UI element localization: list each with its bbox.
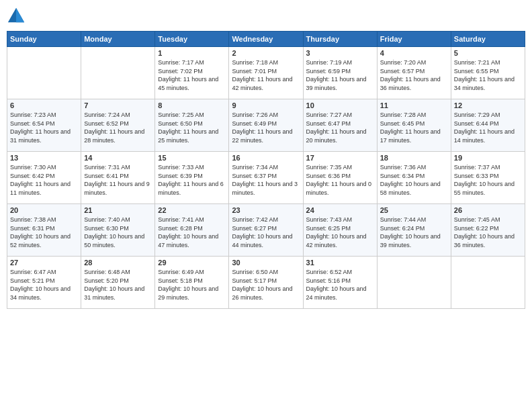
calendar-cell: 5Sunrise: 7:21 AMSunset: 6:55 PMDaylight… [451,47,525,99]
day-number: 19 [454,154,522,162]
calendar-week-3: 13Sunrise: 7:30 AMSunset: 6:42 PMDayligh… [7,152,525,204]
calendar-cell: 1Sunrise: 7:17 AMSunset: 7:02 PMDaylight… [155,47,229,99]
day-info: Sunrise: 7:41 AMSunset: 6:28 PMDaylight:… [158,216,226,249]
page: SundayMondayTuesdayWednesdayThursdayFrid… [0,0,532,411]
calendar-cell: 10Sunrise: 7:27 AMSunset: 6:47 PMDayligh… [303,99,377,152]
day-info: Sunrise: 7:38 AMSunset: 6:31 PMDaylight:… [10,216,78,249]
day-info: Sunrise: 7:43 AMSunset: 6:25 PMDaylight:… [306,216,374,249]
day-info: Sunrise: 7:28 AMSunset: 6:45 PMDaylight:… [380,111,448,144]
calendar-cell: 21Sunrise: 7:40 AMSunset: 6:30 PMDayligh… [81,204,155,257]
calendar-header-row: SundayMondayTuesdayWednesdayThursdayFrid… [7,32,525,47]
calendar-header-thursday: Thursday [303,32,377,47]
calendar-cell: 30Sunrise: 6:50 AMSunset: 5:17 PMDayligh… [229,257,303,309]
logo [7,7,28,26]
day-number: 1 [158,49,226,57]
header [7,7,525,26]
calendar-header-tuesday: Tuesday [155,32,229,47]
logo-icon [7,7,26,26]
day-info: Sunrise: 6:47 AMSunset: 5:21 PMDaylight:… [10,268,78,302]
day-number: 6 [10,101,78,109]
day-info: Sunrise: 7:26 AMSunset: 6:49 PMDaylight:… [232,111,300,144]
day-number: 29 [158,259,226,267]
day-number: 11 [380,101,448,109]
day-number: 8 [158,101,226,109]
day-number: 31 [306,259,374,267]
calendar-cell: 12Sunrise: 7:29 AMSunset: 6:44 PMDayligh… [451,99,525,152]
calendar-cell: 20Sunrise: 7:38 AMSunset: 6:31 PMDayligh… [7,204,81,257]
calendar-cell: 7Sunrise: 7:24 AMSunset: 6:52 PMDaylight… [81,99,155,152]
day-info: Sunrise: 6:52 AMSunset: 5:16 PMDaylight:… [306,268,374,302]
calendar-cell: 3Sunrise: 7:19 AMSunset: 6:59 PMDaylight… [303,47,377,99]
day-number: 22 [158,206,226,214]
day-info: Sunrise: 7:21 AMSunset: 6:55 PMDaylight:… [454,58,522,92]
day-number: 9 [232,101,300,109]
calendar-week-2: 6Sunrise: 7:23 AMSunset: 6:54 PMDaylight… [7,99,525,152]
calendar-header-wednesday: Wednesday [229,32,303,47]
day-number: 3 [306,49,374,57]
day-number: 21 [84,206,152,214]
day-number: 23 [232,206,300,214]
day-info: Sunrise: 7:23 AMSunset: 6:54 PMDaylight:… [10,111,78,144]
day-number: 14 [84,154,152,162]
calendar-week-5: 27Sunrise: 6:47 AMSunset: 5:21 PMDayligh… [7,257,525,309]
calendar-cell: 28Sunrise: 6:48 AMSunset: 5:20 PMDayligh… [81,257,155,309]
day-info: Sunrise: 7:25 AMSunset: 6:50 PMDaylight:… [158,111,226,144]
calendar-header-friday: Friday [377,32,451,47]
day-number: 24 [306,206,374,214]
calendar-cell: 19Sunrise: 7:37 AMSunset: 6:33 PMDayligh… [451,152,525,204]
calendar-cell: 15Sunrise: 7:33 AMSunset: 6:39 PMDayligh… [155,152,229,204]
day-info: Sunrise: 7:35 AMSunset: 6:36 PMDaylight:… [306,163,374,197]
day-number: 15 [158,154,226,162]
day-number: 5 [454,49,522,57]
day-info: Sunrise: 7:37 AMSunset: 6:33 PMDaylight:… [454,163,522,197]
day-info: Sunrise: 7:29 AMSunset: 6:44 PMDaylight:… [454,111,522,144]
calendar-cell: 11Sunrise: 7:28 AMSunset: 6:45 PMDayligh… [377,99,451,152]
day-number: 20 [10,206,78,214]
day-info: Sunrise: 6:50 AMSunset: 5:17 PMDaylight:… [232,268,300,302]
day-info: Sunrise: 7:34 AMSunset: 6:37 PMDaylight:… [232,163,300,197]
calendar-cell: 26Sunrise: 7:45 AMSunset: 6:22 PMDayligh… [451,204,525,257]
calendar-cell: 31Sunrise: 6:52 AMSunset: 5:16 PMDayligh… [303,257,377,309]
day-info: Sunrise: 6:49 AMSunset: 5:18 PMDaylight:… [158,268,226,302]
calendar-cell: 24Sunrise: 7:43 AMSunset: 6:25 PMDayligh… [303,204,377,257]
day-info: Sunrise: 7:31 AMSunset: 6:41 PMDaylight:… [84,163,152,197]
day-info: Sunrise: 7:18 AMSunset: 7:01 PMDaylight:… [232,58,300,92]
calendar-cell: 27Sunrise: 6:47 AMSunset: 5:21 PMDayligh… [7,257,81,309]
day-info: Sunrise: 7:36 AMSunset: 6:34 PMDaylight:… [380,163,448,197]
calendar-cell: 17Sunrise: 7:35 AMSunset: 6:36 PMDayligh… [303,152,377,204]
calendar-cell: 8Sunrise: 7:25 AMSunset: 6:50 PMDaylight… [155,99,229,152]
day-info: Sunrise: 7:45 AMSunset: 6:22 PMDaylight:… [454,216,522,249]
day-info: Sunrise: 7:30 AMSunset: 6:42 PMDaylight:… [10,163,78,197]
calendar-cell: 14Sunrise: 7:31 AMSunset: 6:41 PMDayligh… [81,152,155,204]
calendar-cell [377,257,451,309]
day-info: Sunrise: 6:48 AMSunset: 5:20 PMDaylight:… [84,268,152,302]
calendar-cell: 18Sunrise: 7:36 AMSunset: 6:34 PMDayligh… [377,152,451,204]
calendar-cell: 29Sunrise: 6:49 AMSunset: 5:18 PMDayligh… [155,257,229,309]
day-info: Sunrise: 7:17 AMSunset: 7:02 PMDaylight:… [158,58,226,92]
calendar-week-4: 20Sunrise: 7:38 AMSunset: 6:31 PMDayligh… [7,204,525,257]
day-number: 28 [84,259,152,267]
calendar: SundayMondayTuesdayWednesdayThursdayFrid… [7,31,525,309]
day-number: 25 [380,206,448,214]
day-info: Sunrise: 7:27 AMSunset: 6:47 PMDaylight:… [306,111,374,144]
calendar-header-monday: Monday [81,32,155,47]
day-number: 4 [380,49,448,57]
day-info: Sunrise: 7:40 AMSunset: 6:30 PMDaylight:… [84,216,152,249]
day-number: 16 [232,154,300,162]
day-number: 13 [10,154,78,162]
calendar-cell: 4Sunrise: 7:20 AMSunset: 6:57 PMDaylight… [377,47,451,99]
day-number: 30 [232,259,300,267]
calendar-week-1: 1Sunrise: 7:17 AMSunset: 7:02 PMDaylight… [7,47,525,99]
day-info: Sunrise: 7:42 AMSunset: 6:27 PMDaylight:… [232,216,300,249]
calendar-cell [7,47,81,99]
day-number: 7 [84,101,152,109]
day-number: 27 [10,259,78,267]
day-number: 18 [380,154,448,162]
day-number: 10 [306,101,374,109]
day-info: Sunrise: 7:24 AMSunset: 6:52 PMDaylight:… [84,111,152,144]
day-info: Sunrise: 7:20 AMSunset: 6:57 PMDaylight:… [380,58,448,92]
day-info: Sunrise: 7:33 AMSunset: 6:39 PMDaylight:… [158,163,226,197]
day-number: 2 [232,49,300,57]
day-number: 26 [454,206,522,214]
svg-marker-1 [16,8,24,22]
